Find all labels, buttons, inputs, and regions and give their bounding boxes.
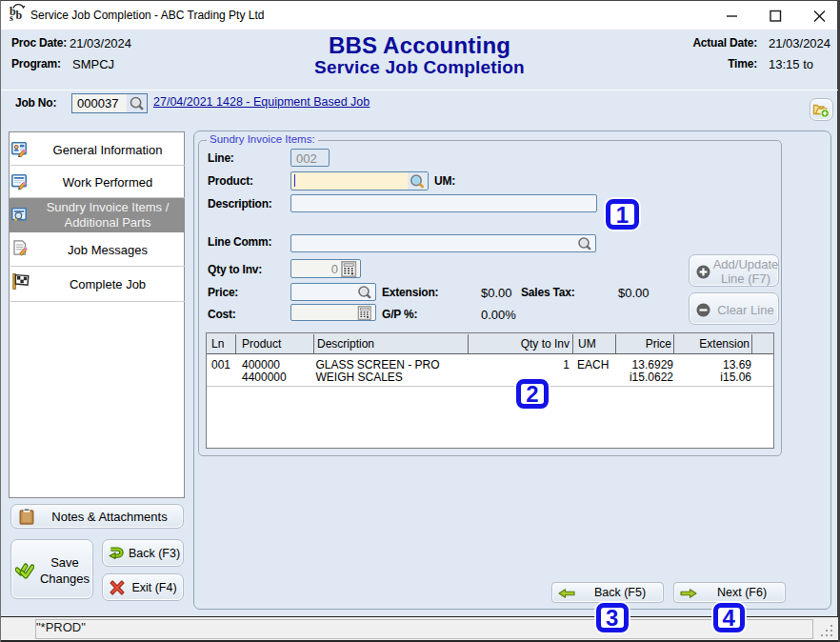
svg-text:b: b bbox=[16, 9, 23, 22]
svg-text:s: s bbox=[10, 12, 13, 23]
